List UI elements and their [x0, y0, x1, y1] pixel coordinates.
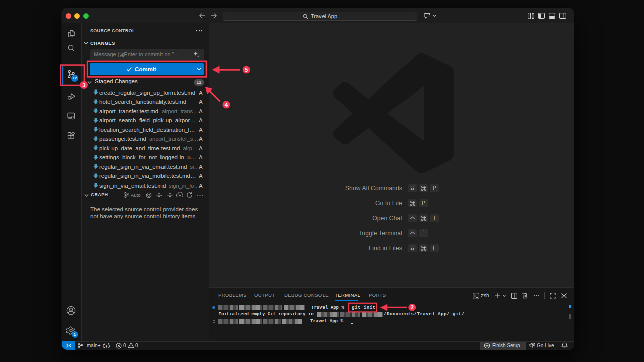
svg-text:5: 5 [245, 67, 248, 73]
svg-text:4: 4 [225, 102, 228, 108]
svg-text:3: 3 [82, 82, 85, 88]
svg-text:2: 2 [411, 304, 414, 310]
